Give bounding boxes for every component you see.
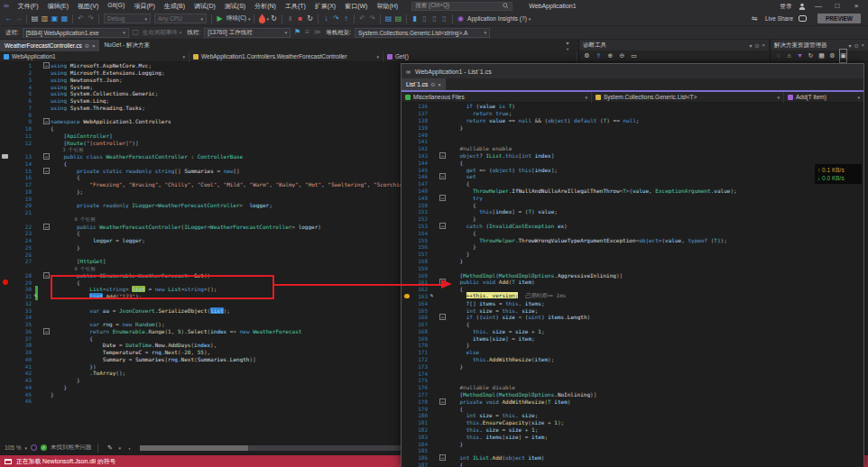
glyph-margin[interactable] (0, 300, 13, 307)
glyph-margin[interactable] (402, 201, 412, 208)
glyph-margin[interactable] (0, 139, 13, 146)
glyph-margin[interactable] (402, 166, 412, 173)
zoom-in-icon[interactable]: ⊕ (606, 50, 614, 62)
codelens-references[interactable]: 0 个引用 (51, 216, 96, 222)
glyph-margin[interactable] (0, 334, 13, 342)
glyph-margin[interactable] (0, 146, 13, 153)
code-line[interactable]: 178− private void AddWithResize(T item) (402, 398, 863, 405)
code-line[interactable]: 187 { (402, 462, 863, 467)
reset-view-icon[interactable]: ▭ (630, 50, 638, 62)
home-icon[interactable]: ⌂ (785, 50, 793, 62)
hot-reload-icon[interactable] (258, 14, 266, 23)
glyph-margin[interactable] (0, 62, 13, 69)
filter-icon[interactable]: ▼ (796, 50, 804, 62)
codelens-references[interactable]: 3 个引用 (51, 147, 83, 152)
glyph-margin[interactable] (402, 440, 412, 447)
glyph-margin[interactable] (402, 251, 412, 258)
close-tab-icon[interactable]: × (92, 43, 96, 49)
current-statement-dot[interactable] (404, 294, 410, 299)
glyph-margin[interactable] (0, 258, 13, 265)
restart-debugging-icon[interactable]: ↻ (305, 13, 315, 25)
glyph-margin[interactable] (0, 349, 13, 356)
glyph-margin[interactable] (0, 314, 13, 321)
code-line[interactable]: 183 this._items[size] = item; (402, 433, 863, 440)
glyph-margin[interactable] (0, 77, 13, 84)
menu-item[interactable]: 视图(V) (73, 2, 103, 11)
glyph-margin[interactable] (402, 356, 412, 363)
menu-item[interactable]: 项目(P) (129, 2, 159, 11)
glyph-margin[interactable] (402, 293, 412, 300)
glyph-margin[interactable] (402, 236, 412, 243)
continue-debug-icon[interactable]: ▶ (215, 13, 225, 25)
glyph-margin[interactable] (402, 426, 412, 434)
menu-item[interactable]: 文件(F) (14, 2, 43, 11)
glyph-margin[interactable] (402, 321, 412, 328)
code-line[interactable]: 145 get => (object) this[index]; (402, 166, 863, 173)
glyph-margin[interactable] (0, 209, 13, 216)
glyph-margin[interactable] (0, 356, 13, 363)
code-line[interactable]: 147 { (402, 180, 863, 188)
glyph-margin[interactable] (0, 223, 13, 230)
glyph-margin[interactable] (402, 208, 412, 215)
code-line[interactable]: 155 ThrowHelper.ThrowWrongValueTypeArgum… (402, 236, 863, 243)
glyph-margin[interactable] (402, 180, 412, 188)
code-line[interactable]: 156 } (402, 243, 863, 251)
collapse-all-icon[interactable]: ▦ (817, 50, 826, 62)
glyph-margin[interactable] (0, 174, 13, 181)
fold-toggle-icon[interactable]: − (439, 314, 446, 320)
glyph-margin[interactable] (402, 138, 412, 145)
menu-item[interactable]: 工具(T) (281, 2, 310, 11)
diagnostics-settings-icon[interactable]: ⚙ (583, 50, 591, 62)
glyph-margin[interactable] (402, 334, 412, 342)
glyph-margin[interactable] (402, 447, 412, 454)
pin-icon[interactable]: ⊙ (854, 42, 858, 49)
flag-threads-icon[interactable]: ⚑ (292, 26, 302, 39)
fold-toggle-icon[interactable]: − (439, 223, 446, 229)
glyph-margin[interactable] (0, 216, 13, 224)
zoom-dropdown-icon[interactable]: ▾ (24, 445, 27, 451)
pin-icon[interactable]: ⊙ (430, 81, 435, 87)
glyph-margin[interactable] (0, 370, 13, 377)
glyph-margin[interactable] (0, 105, 13, 112)
intellicode-icon[interactable] (31, 444, 37, 451)
menu-item[interactable]: 帮助(H) (372, 2, 402, 11)
close-tab-icon[interactable]: × (438, 82, 441, 87)
glyph-margin[interactable] (0, 390, 13, 398)
solution-configuration-dropdown[interactable]: Debug▾ (104, 14, 151, 23)
code-line[interactable]: 151 this[index] = (T) value; (402, 208, 863, 215)
glyph-margin[interactable] (402, 258, 412, 265)
glyph-margin[interactable] (0, 293, 13, 300)
glyph-margin[interactable] (0, 83, 13, 90)
clear-bookmarks-icon[interactable]: ▯ (439, 13, 449, 25)
nav-project-dropdown[interactable]: Miscellaneous Files▾ (402, 92, 592, 103)
save-icon[interactable]: ▣ (50, 13, 60, 25)
glyph-margin[interactable] (402, 433, 412, 440)
glyph-margin[interactable] (0, 118, 13, 125)
glyph-margin[interactable] (0, 279, 13, 286)
sign-in-link[interactable]: 登录 (780, 2, 792, 11)
next-bookmark-icon[interactable]: ▯ (429, 13, 439, 25)
glyph-margin[interactable] (402, 223, 412, 230)
glyph-margin[interactable] (402, 103, 412, 110)
glyph-margin[interactable] (0, 153, 13, 160)
code-line[interactable]: 174 (402, 370, 863, 377)
glyph-margin[interactable] (402, 131, 412, 138)
breakpoint-icon[interactable] (3, 279, 8, 285)
code-line[interactable]: 167 { (402, 321, 863, 328)
export-icon[interactable]: ⇪ (595, 50, 603, 62)
glyph-margin[interactable] (402, 362, 412, 370)
glyph-margin[interactable] (0, 272, 13, 279)
glyph-margin[interactable] (0, 237, 13, 244)
fold-toggle-icon[interactable]: − (439, 173, 446, 179)
pin-icon[interactable]: ⊙ (85, 42, 89, 49)
glyph-margin[interactable] (0, 188, 13, 196)
code-line[interactable]: 177 [MethodImpl(MethodImplOptions.NoInli… (402, 391, 863, 398)
glyph-margin[interactable] (402, 299, 412, 307)
fold-toggle-icon[interactable]: − (43, 62, 50, 69)
thread-dropdown[interactable]: [13760] 工作线程▾ (204, 28, 291, 38)
redo-icon[interactable]: ↷ (86, 13, 96, 25)
glyph-margin[interactable] (402, 110, 412, 117)
code-line[interactable]: 181 this.EnsureCapacity(size + 1); (402, 419, 863, 426)
glyph-margin[interactable] (0, 384, 13, 391)
menu-item[interactable]: 分析(N) (250, 2, 281, 11)
